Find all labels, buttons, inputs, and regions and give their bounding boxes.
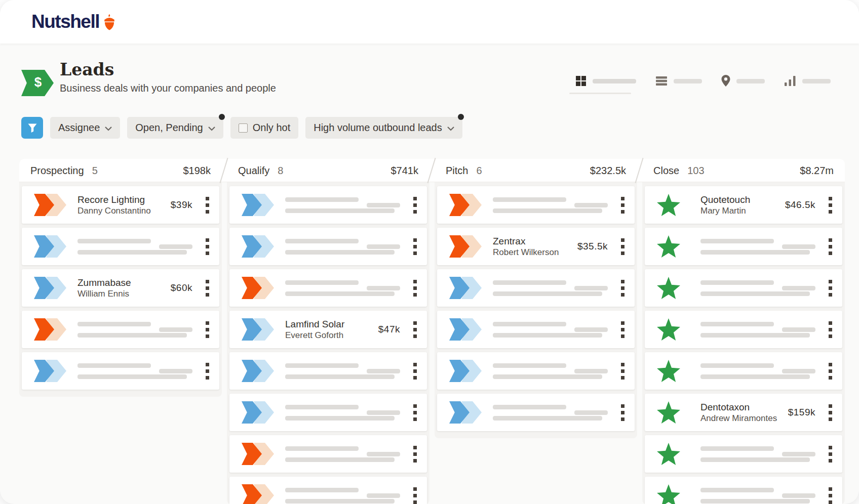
lead-card-body: [493, 405, 574, 421]
placeholder-bar: [574, 286, 608, 290]
column-count: 103: [687, 165, 704, 177]
kebab-menu-icon[interactable]: [829, 404, 832, 421]
kebab-menu-icon[interactable]: [413, 238, 417, 255]
kebab-menu-icon[interactable]: [621, 280, 624, 297]
hot-lead-chevron-icon: [242, 443, 274, 465]
lead-card[interactable]: [22, 228, 219, 265]
hot-lead-chevron-icon: [34, 194, 66, 216]
hot-lead-chevron-icon: [242, 277, 274, 299]
kebab-menu-icon[interactable]: [413, 487, 417, 504]
lead-card[interactable]: DentotaxonAndrew Miramontes$159k: [645, 394, 842, 431]
kebab-menu-icon[interactable]: [413, 321, 417, 338]
lead-card[interactable]: [437, 269, 635, 307]
lead-card[interactable]: [229, 477, 427, 504]
lead-status-icon: [657, 443, 689, 465]
lead-chevron-icon: [449, 360, 482, 382]
lead-card[interactable]: [645, 228, 842, 265]
column-name: Qualify: [238, 165, 269, 177]
kebab-menu-icon[interactable]: [829, 197, 832, 214]
lead-status-icon: [657, 277, 689, 299]
placeholder-bar: [782, 493, 815, 498]
kebab-menu-icon[interactable]: [621, 404, 624, 421]
placeholder-bar: [493, 405, 566, 409]
kebab-menu-icon[interactable]: [413, 363, 417, 380]
lead-card[interactable]: [22, 352, 219, 390]
lead-card-body: [493, 280, 574, 296]
lead-card[interactable]: [229, 269, 427, 307]
placeholder-bar: [285, 416, 395, 421]
lead-card-body: [77, 322, 159, 338]
lead-company-name: Quotetouch: [700, 194, 785, 205]
lead-card-body: [77, 363, 159, 379]
lead-value: [367, 244, 400, 249]
placeholder-bar: [285, 208, 395, 213]
lead-contact-name: Danny Constantino: [77, 205, 171, 216]
lead-card[interactable]: [437, 352, 635, 390]
placeholder-bar: [782, 369, 815, 373]
lead-card[interactable]: [229, 435, 427, 473]
lead-card[interactable]: QuotetouchMary Martin$46.5k: [645, 186, 842, 224]
kebab-menu-icon[interactable]: [829, 487, 832, 504]
placeholder-bar: [285, 250, 395, 255]
placeholder-bar: [493, 280, 566, 285]
placeholder-bar: [700, 499, 810, 503]
kebab-menu-icon[interactable]: [206, 197, 209, 214]
kebab-menu-icon[interactable]: [413, 197, 417, 214]
kebab-menu-icon[interactable]: [206, 321, 209, 338]
kebab-menu-icon[interactable]: [829, 446, 832, 463]
kebab-menu-icon[interactable]: [621, 238, 624, 255]
placeholder-bar: [285, 499, 395, 503]
lead-card[interactable]: [229, 352, 427, 390]
placeholder-bar: [493, 333, 602, 338]
lead-card[interactable]: Recore LightingDanny Constantino$39k: [22, 186, 219, 224]
kebab-menu-icon[interactable]: [413, 404, 417, 421]
lead-card[interactable]: [229, 394, 427, 431]
lead-card[interactable]: [645, 311, 842, 348]
kebab-menu-icon[interactable]: [413, 446, 417, 463]
lead-status-icon: [657, 235, 689, 258]
lead-card-body: [285, 239, 367, 255]
lead-card-body: QuotetouchMary Martin: [700, 194, 785, 216]
lead-chevron-icon: [242, 401, 274, 424]
won-star-icon: [657, 401, 680, 424]
kebab-menu-icon[interactable]: [206, 238, 209, 255]
column-header-prospecting: Prospecting5$198k: [19, 159, 222, 182]
logo-wordmark: Nutshell: [31, 11, 99, 32]
lead-card[interactable]: [645, 352, 842, 390]
lead-status-icon: [657, 484, 689, 504]
lead-card[interactable]: [437, 186, 635, 224]
nutshell-logo[interactable]: Nutshell: [31, 11, 116, 32]
lead-card[interactable]: [22, 311, 219, 348]
lead-value: [367, 410, 400, 415]
lead-card[interactable]: [645, 269, 842, 307]
lead-card[interactable]: Lamfind SolarEverett Goforth$47k: [229, 311, 427, 348]
kebab-menu-icon[interactable]: [621, 363, 624, 380]
placeholder-bar: [782, 244, 815, 249]
kebab-menu-icon[interactable]: [621, 197, 624, 214]
lead-card[interactable]: [437, 311, 635, 348]
lead-card-body: [700, 363, 782, 379]
kebab-menu-icon[interactable]: [829, 363, 832, 380]
kebab-menu-icon[interactable]: [206, 280, 209, 297]
kebab-menu-icon[interactable]: [621, 321, 624, 338]
lead-card-body: [700, 239, 782, 255]
won-star-icon: [657, 318, 680, 341]
kebab-menu-icon[interactable]: [829, 238, 832, 255]
lead-card[interactable]: [229, 228, 427, 265]
lead-chevron-icon: [449, 277, 482, 299]
lead-card[interactable]: ZummabaseWilliam Ennis$60k: [22, 269, 219, 307]
kebab-menu-icon[interactable]: [413, 280, 417, 297]
placeholder-bar: [700, 250, 810, 255]
hot-lead-chevron-icon: [449, 194, 482, 216]
placeholder-bar: [782, 286, 815, 290]
kebab-menu-icon[interactable]: [206, 363, 209, 380]
kebab-menu-icon[interactable]: [829, 321, 832, 338]
lead-card[interactable]: [437, 394, 635, 431]
lead-card[interactable]: [229, 186, 427, 224]
kebab-menu-icon[interactable]: [829, 280, 832, 297]
placeholder-bar: [367, 452, 400, 456]
lead-card[interactable]: ZentraxRobert Wilkerson$35.5k: [437, 228, 635, 265]
placeholder-bar: [77, 333, 187, 338]
lead-card[interactable]: [645, 477, 842, 504]
lead-card[interactable]: [645, 435, 842, 473]
